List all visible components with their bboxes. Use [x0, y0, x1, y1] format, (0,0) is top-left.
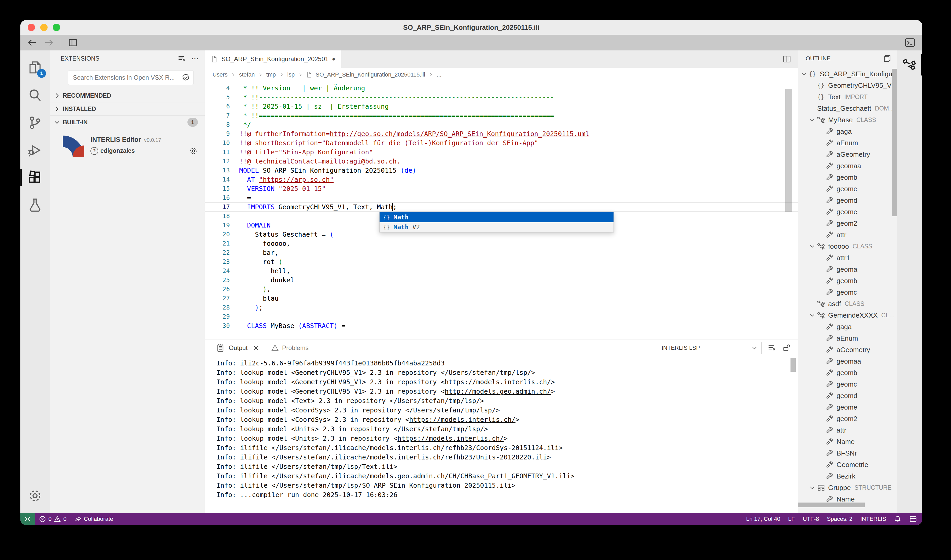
code-line[interactable]: 10 !!@ shortDescription="Datenmodell für… — [205, 138, 798, 148]
outline-item[interactable]: {} geomc — [798, 378, 897, 390]
outline-item[interactable]: {} SO_ARP_SEin_Konfiguration_20250115 — [798, 68, 897, 80]
minimize-window-button[interactable] — [40, 24, 48, 31]
zoom-window-button[interactable] — [53, 24, 60, 31]
code-line[interactable]: 23 rot ( — [205, 257, 798, 266]
suggest-item[interactable]: {} Math_V2 — [380, 222, 613, 232]
outline-item[interactable]: {} geom2 — [798, 218, 897, 229]
outline-item[interactable]: {} gaga — [798, 126, 897, 137]
close-window-button[interactable] — [28, 24, 35, 31]
section-recommended[interactable]: RECOMMENDED — [50, 89, 205, 102]
outline-item[interactable]: {} Gruppe STRUCTURE — [798, 482, 897, 493]
outline-item[interactable]: {} fooooo CLASS — [798, 240, 897, 252]
notifications-bell-icon[interactable] — [890, 513, 905, 525]
code-line[interactable]: 16 = — [205, 193, 798, 202]
panel-layout-icon[interactable] — [905, 513, 922, 525]
filter-icon[interactable] — [178, 54, 186, 63]
outline-item[interactable]: {} MyBase CLASS — [798, 114, 897, 126]
sidebar-item-run-debug[interactable] — [20, 136, 50, 164]
outline-item[interactable]: {} attr — [798, 425, 897, 436]
chevron-down-icon[interactable] — [809, 484, 817, 491]
layout-icon[interactable] — [68, 37, 78, 48]
suggest-item-selected[interactable]: {} Math — [380, 212, 613, 222]
outline-item[interactable]: {} geome — [798, 402, 897, 413]
outline-item[interactable]: {} Status_Geschaeft DOMAIN — [798, 103, 897, 114]
tab-output[interactable]: Output — [229, 344, 247, 352]
language-mode-status[interactable]: INTERLIS — [856, 513, 890, 525]
outline-horizontal-scrollbar[interactable] — [798, 503, 865, 507]
sidebar-item-search[interactable] — [20, 82, 50, 109]
outline-item[interactable]: {} geoma — [798, 263, 897, 275]
chevron-down-icon[interactable] — [809, 117, 817, 123]
collapse-all-icon[interactable] — [883, 54, 891, 63]
code-line[interactable]: 13 MODEL SO_ARP_SEin_Konfiguration_20250… — [205, 166, 798, 175]
outline-vertical-scrollbar[interactable] — [892, 69, 897, 216]
manage-gear-icon[interactable] — [20, 482, 50, 509]
outline-item[interactable]: {} attr — [798, 229, 897, 240]
breadcrumb-item[interactable]: stefan — [239, 71, 255, 78]
breadcrumb-item[interactable]: lsp — [287, 71, 295, 78]
code-line[interactable]: 25 dunkel — [205, 275, 798, 285]
code-line[interactable]: 26 ), — [205, 285, 798, 294]
code-line[interactable]: 17 IMPORTS GeometryCHLV95_V1, Text, Math… — [205, 202, 798, 212]
outline-item[interactable]: {} geome — [798, 206, 897, 218]
code-line[interactable]: 22 bar, — [205, 248, 798, 257]
problems-status[interactable]: 0 0 — [35, 513, 71, 525]
split-editor-icon[interactable] — [782, 54, 792, 64]
panel-scrollbar[interactable] — [790, 358, 796, 372]
outline-item[interactable]: {} aEnum — [798, 137, 897, 149]
sidebar-item-explorer[interactable]: 1 — [20, 54, 50, 82]
code-line[interactable]: 5 * !!----------------------------------… — [205, 93, 798, 102]
search-extensions-input[interactable]: Search Extensions in Open VSX R... — [68, 70, 194, 85]
chevron-down-icon[interactable] — [809, 243, 817, 250]
output-log[interactable]: Info: ili2c-5.6.6-9f96fa4b9399f443f1e013… — [205, 356, 798, 513]
code-line[interactable]: 21 fooooo, — [205, 239, 798, 248]
chevron-down-icon[interactable] — [809, 312, 817, 318]
outline-item[interactable]: {} geom2 — [798, 413, 897, 425]
unlock-icon[interactable] — [782, 343, 791, 352]
code-line[interactable]: 9 !!@ furtherInformation=http://geo.so.c… — [205, 129, 798, 138]
code-line[interactable]: 4 * !! Version | wer | Änderung — [205, 83, 798, 93]
outline-item[interactable]: {} geomd — [798, 195, 897, 206]
encoding-status[interactable]: UTF-8 — [799, 513, 823, 525]
outline-item[interactable]: {} geomd — [798, 390, 897, 402]
code-line[interactable]: 14 AT "https://arp.so.ch" — [205, 175, 798, 184]
sidebar-item-extensions[interactable] — [20, 164, 50, 191]
indentation-status[interactable]: Spaces: 2 — [823, 513, 856, 525]
code-line[interactable]: 8 */ — [205, 120, 798, 129]
code-line[interactable]: 30 CLASS MyBase (ABSTRACT) = — [205, 321, 798, 331]
close-icon[interactable] — [252, 344, 259, 352]
filter-icon[interactable] — [767, 343, 777, 352]
section-installed[interactable]: INSTALLED — [50, 102, 205, 115]
remote-indicator[interactable] — [20, 513, 35, 525]
tab-problems[interactable]: Problems — [271, 344, 309, 352]
outline-item[interactable]: {} geomb — [798, 172, 897, 183]
outline-item[interactable]: {} Name — [798, 436, 897, 448]
cursor-position-status[interactable]: Ln 17, Col 40 — [742, 513, 784, 525]
outline-item[interactable]: {} aGeometry — [798, 149, 897, 160]
outline-item[interactable]: {} aEnum — [798, 332, 897, 344]
extension-gear-icon[interactable] — [189, 146, 198, 155]
breadcrumb-item-file[interactable]: SO_ARP_SEin_Konfiguration_20250115.ili — [315, 71, 425, 78]
outline-item[interactable]: {} geomc — [798, 286, 897, 298]
terminal-icon[interactable] — [905, 37, 915, 48]
code-line[interactable]: 29 — [205, 312, 798, 321]
code-editor[interactable]: 4 * !! Version | wer | Änderung 5 * !!--… — [205, 82, 798, 340]
code-line[interactable]: 27 blau — [205, 294, 798, 303]
outline-item[interactable]: {} GeometryCHLV95_V1 IMPORT — [798, 80, 897, 91]
outline-view-icon[interactable] — [897, 52, 922, 77]
outline-item[interactable]: {} geomb — [798, 367, 897, 378]
breadcrumb-item[interactable]: Users — [213, 71, 227, 78]
code-line[interactable]: 15 VERSION "2025-01-15" — [205, 184, 798, 193]
breadcrumb-item[interactable]: ... — [437, 71, 441, 78]
outline-item[interactable]: {} attr1 — [798, 252, 897, 263]
outline-item[interactable]: {} geomaa — [798, 355, 897, 367]
sidebar-item-testing[interactable] — [20, 191, 50, 218]
go-back-button[interactable] — [27, 38, 37, 48]
tab-active-file[interactable]: SO_ARP_SEin_Konfiguration_20250115.ili ● — [205, 51, 341, 68]
code-line[interactable]: 28 ); — [205, 303, 798, 312]
collaborate-status[interactable]: Collaborate — [71, 513, 117, 525]
code-line[interactable]: 12 !!@ technicalContact=mailto:agi@bd.so… — [205, 157, 798, 166]
outline-item[interactable]: {} geomb — [798, 275, 897, 286]
outline-item[interactable]: {} gaga — [798, 321, 897, 332]
outline-item[interactable]: {} asdf CLASS — [798, 298, 897, 309]
